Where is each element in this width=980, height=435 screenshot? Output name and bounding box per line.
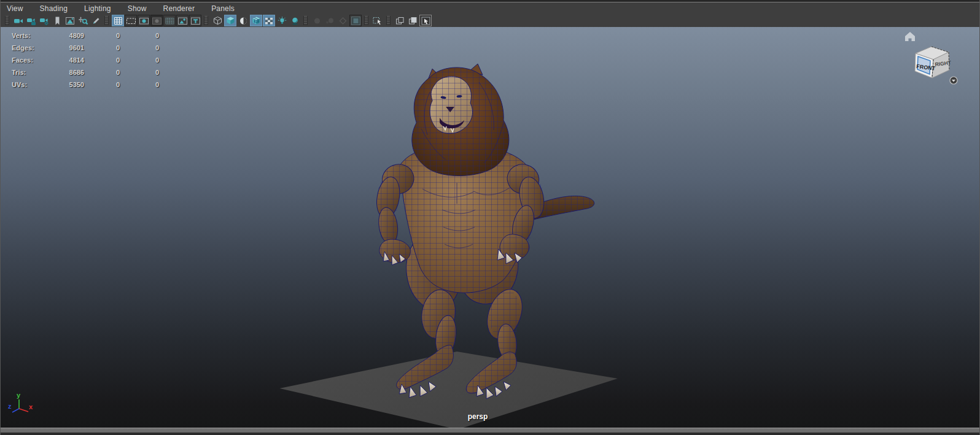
toolbar-grip[interactable] — [364, 16, 368, 25]
axis-y-label: y — [17, 391, 21, 399]
depth-of-field-icon[interactable] — [336, 15, 349, 26]
hud-row-uvs: UVs:535000 — [12, 79, 159, 91]
gate-mask-icon[interactable] — [150, 15, 163, 26]
hud-row-faces: Faces:481400 — [12, 54, 159, 66]
viewport-3d[interactable]: Verts:480900 Edges:960100 Faces:481400 T… — [1, 27, 979, 428]
film-gate-icon[interactable] — [125, 15, 137, 26]
menu-view[interactable]: View — [7, 4, 23, 13]
resolution-gate-icon[interactable] — [138, 15, 150, 26]
wireframe-overlay — [344, 61, 613, 405]
hud-row-edges: Edges:960100 — [12, 42, 159, 54]
toolbar-grip[interactable] — [386, 16, 391, 25]
axis-indicator: y x z — [1, 391, 50, 428]
toolbar-grip[interactable] — [104, 16, 109, 25]
textured-icon[interactable] — [237, 15, 249, 26]
toolbar-grip[interactable] — [204, 16, 208, 25]
field-chart-icon[interactable] — [163, 15, 176, 26]
image-plane-icon[interactable] — [64, 15, 76, 26]
grid-icon[interactable] — [112, 15, 124, 26]
smooth-shade-icon[interactable] — [224, 15, 236, 26]
camera-attributes-icon[interactable] — [38, 15, 50, 26]
view-cube[interactable]: FRONT RIGHT — [893, 27, 979, 92]
multisample-icon[interactable] — [349, 15, 362, 26]
hud-row-verts: Verts:480900 — [12, 29, 159, 42]
xray-icon[interactable] — [263, 15, 275, 26]
grease-pencil-icon[interactable] — [90, 15, 102, 26]
maya-viewport-window: View Shading Lighting Show Renderer Pane… — [0, 0, 980, 435]
ambient-occlusion-icon[interactable] — [311, 15, 323, 26]
axis-z-label: z — [8, 402, 12, 410]
menu-renderer[interactable]: Renderer — [163, 4, 195, 13]
hud-poly-count: Verts:480900 Edges:960100 Faces:481400 T… — [12, 27, 159, 91]
isolate-select-icon[interactable] — [419, 15, 432, 26]
menu-panels[interactable]: Panels — [211, 4, 235, 13]
axis-x-label: x — [29, 403, 33, 410]
panel-toolbar — [1, 14, 979, 27]
menu-show[interactable]: Show — [128, 4, 147, 13]
select-tool-icon[interactable] — [371, 15, 384, 26]
pan-zoom-icon[interactable] — [77, 15, 89, 26]
lights-icon[interactable] — [276, 15, 288, 26]
time-slider-edge — [1, 428, 979, 435]
wireframe-icon[interactable] — [211, 15, 224, 26]
safe-action-icon[interactable] — [176, 15, 189, 26]
toolbar-grip[interactable] — [303, 16, 308, 25]
camera-icon[interactable] — [12, 15, 25, 26]
panel-menu-bar: View Shading Lighting Show Renderer Pane… — [1, 2, 979, 14]
menu-lighting[interactable]: Lighting — [84, 4, 111, 13]
bookmark-icon[interactable] — [51, 15, 63, 26]
home-icon[interactable] — [905, 32, 915, 41]
shadows-icon[interactable] — [289, 15, 301, 26]
menu-shading[interactable]: Shading — [40, 4, 68, 13]
toolbar-grip[interactable] — [5, 16, 9, 25]
hud-row-tris: Tris:868600 — [12, 66, 159, 79]
tear-off-copy-icon[interactable] — [406, 15, 419, 26]
safe-title-icon[interactable] — [189, 15, 201, 26]
wireframe-on-shaded-icon[interactable] — [250, 15, 262, 26]
camera-name-label: persp — [453, 412, 502, 421]
motion-blur-icon[interactable] — [324, 15, 336, 26]
camera-lock-icon[interactable] — [25, 15, 37, 26]
tear-off-icon[interactable] — [394, 15, 406, 26]
